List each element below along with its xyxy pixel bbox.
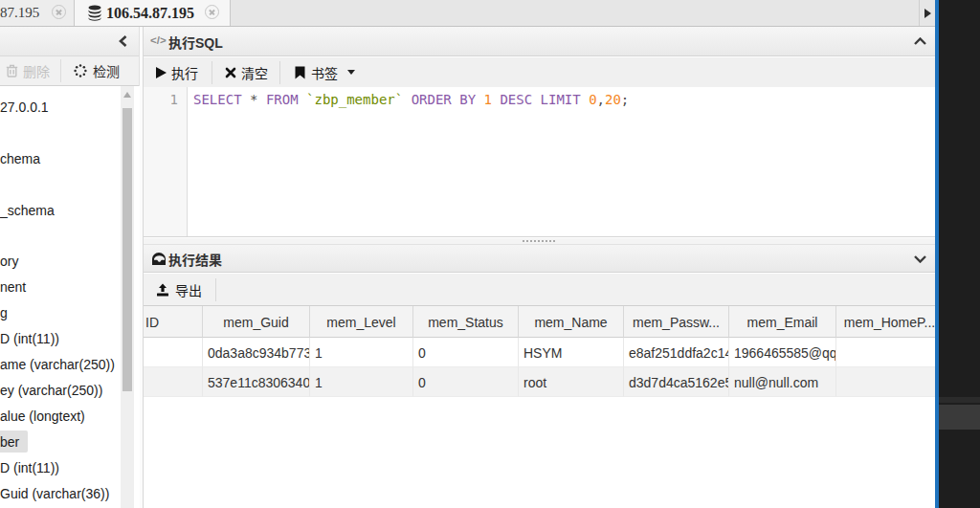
collapse-sidebar-icon[interactable] (119, 35, 127, 47)
tree-item[interactable]: D (int(11)) (0, 457, 59, 476)
screen: 87.195 106.54.87.195 (0, 0, 980, 508)
chevron-down-icon[interactable] (914, 255, 926, 263)
main-panel-inner: </> 执行SQL 执行 清空 书签 (143, 27, 935, 508)
export-label: 导出 (175, 280, 202, 299)
splitter-grip-icon (523, 240, 557, 242)
tree-item[interactable]: ame (varchar(250)) (0, 354, 115, 373)
scroll-up-icon[interactable] (121, 86, 134, 102)
grid-cell (836, 338, 935, 367)
sql-token (242, 92, 250, 107)
tab-close-icon[interactable] (52, 5, 66, 19)
delete-label: 删除 (23, 61, 50, 80)
tree-item[interactable]: ory (0, 251, 18, 270)
grid-cell: d3d7d4ca5162e55 (624, 367, 729, 397)
grid-header-cell[interactable]: mem_Email (729, 306, 836, 338)
detect-button[interactable]: 检测 (74, 61, 120, 80)
result-panel-header[interactable]: 执行结果 (144, 244, 935, 273)
spinner-icon (74, 64, 87, 77)
grid-cell: HSYM (519, 338, 624, 367)
sql-token: 0 (589, 92, 596, 107)
grid-cell: root (519, 367, 624, 397)
tree-item[interactable]: nent (0, 276, 26, 296)
tree-item[interactable]: D (int(11)) (0, 328, 59, 347)
grid-cell: null@null.com (729, 367, 836, 397)
delete-button[interactable]: 删除 (6, 61, 50, 80)
clear-button[interactable]: 清空 (225, 63, 268, 82)
desktop-band-line (939, 397, 980, 403)
grid-header-cell[interactable]: mem_Passw... (624, 306, 729, 338)
trash-icon (6, 64, 18, 77)
run-label: 执行 (171, 63, 198, 82)
grid-header-cell[interactable]: mem_Level (310, 306, 413, 338)
line-number: 1 (170, 90, 178, 109)
grid-cell: 0da3a8c934b7733 (203, 338, 310, 367)
grid-header-row: IDmem_Guidmem_Levelmem_Statusmem_Namemem… (144, 306, 935, 338)
cross-icon (225, 67, 236, 78)
sql-token: ORDER BY (412, 92, 476, 107)
grid-header-cell[interactable]: mem_Status (413, 306, 519, 338)
export-button[interactable]: 导出 (156, 280, 202, 299)
schema-tree: 27.0.0.1chema_schemaorynentgD (int(11))a… (0, 86, 140, 508)
grid-header-cell[interactable]: mem_HomeP... (836, 306, 935, 338)
tree-item-selected-label: ber (0, 431, 28, 453)
sidebar-header (0, 27, 139, 56)
toolbar-separator (279, 61, 280, 84)
sql-token (476, 92, 483, 107)
editor-gutter: 1 (144, 87, 188, 236)
sidebar: 删除 检测 27.0.0.1chema_schemaorynentgD (int… (0, 27, 140, 508)
chevron-up-icon[interactable] (914, 37, 926, 45)
caret-down-icon (347, 70, 355, 75)
bookmark-icon (295, 66, 305, 79)
result-panel-title: 执行结果 (168, 250, 222, 269)
right-arrow-icon (924, 9, 931, 18)
upload-icon (156, 283, 169, 297)
bookmark-button[interactable]: 书签 (295, 63, 355, 82)
tab-close-icon[interactable] (205, 5, 219, 19)
grid-cell: e8af251ddfa2c148 (624, 338, 729, 367)
browser-tab-2-active[interactable]: 106.54.87.195 (75, 0, 231, 26)
tab-title: 87.195 (0, 5, 39, 21)
grid-row[interactable]: 537e11c8306340610rootd3d7d4ca5162e55null… (144, 367, 935, 397)
result-grid: IDmem_Guidmem_Levelmem_Statusmem_Namemem… (144, 306, 935, 508)
toolbar-separator (60, 59, 61, 82)
tab-title: 106.54.87.195 (106, 5, 194, 22)
sql-token: `zbp_member` (306, 92, 403, 107)
grid-cell: 537e11c83063406 (203, 367, 310, 397)
tree-item[interactable]: alue (longtext) (0, 406, 85, 425)
grid-cell (144, 338, 203, 367)
tab-overflow-button[interactable] (919, 0, 935, 26)
sql-panel-header[interactable]: </> 执行SQL (144, 27, 935, 56)
browser-tab-1[interactable]: 87.195 (0, 0, 75, 26)
grid-row[interactable]: 0da3a8c934b773310HSYMe8af251ddfa2c148196… (144, 338, 935, 367)
detect-label: 检测 (93, 61, 120, 80)
tree-item[interactable]: ey (varchar(250)) (0, 380, 102, 399)
run-button[interactable]: 执行 (156, 63, 198, 82)
scrollbar-thumb[interactable] (122, 108, 132, 391)
bookmark-label: 书签 (311, 63, 338, 82)
tree-item[interactable]: Guid (varchar(36)) (0, 483, 109, 502)
database-icon (87, 5, 102, 21)
tree-item[interactable]: chema (0, 148, 40, 167)
sql-toolbar: 执行 清空 书签 (144, 57, 935, 87)
grid-body: 0da3a8c934b773310HSYMe8af251ddfa2c148196… (144, 338, 935, 397)
tree-item[interactable]: _schema (0, 200, 55, 219)
sql-token: 20 (605, 92, 621, 107)
sql-editor[interactable]: 1 SELECT * FROM `zbp_member` ORDER BY 1 … (144, 87, 935, 237)
tree-item[interactable]: ber (0, 431, 28, 451)
sql-token: 1 (484, 92, 492, 107)
grid-header-cell[interactable]: mem_Name (519, 306, 624, 338)
sql-token (581, 92, 589, 107)
window-edge-highlight (935, 0, 939, 508)
sql-token: DESC LIMIT (500, 92, 580, 107)
grid-header-cell[interactable]: ID (144, 306, 203, 338)
sql-token: SELECT (193, 92, 242, 107)
grid-cell: 0 (413, 338, 519, 367)
desktop-background (939, 0, 980, 508)
grid-cell: 1 (310, 338, 413, 367)
sidebar-scrollbar[interactable] (121, 86, 134, 508)
tree-item[interactable]: g (0, 302, 8, 321)
toolbar-separator (212, 61, 212, 84)
sql-token: ; (621, 92, 629, 107)
grid-header-cell[interactable]: mem_Guid (203, 306, 310, 338)
tree-item[interactable]: 27.0.0.1 (0, 97, 49, 116)
